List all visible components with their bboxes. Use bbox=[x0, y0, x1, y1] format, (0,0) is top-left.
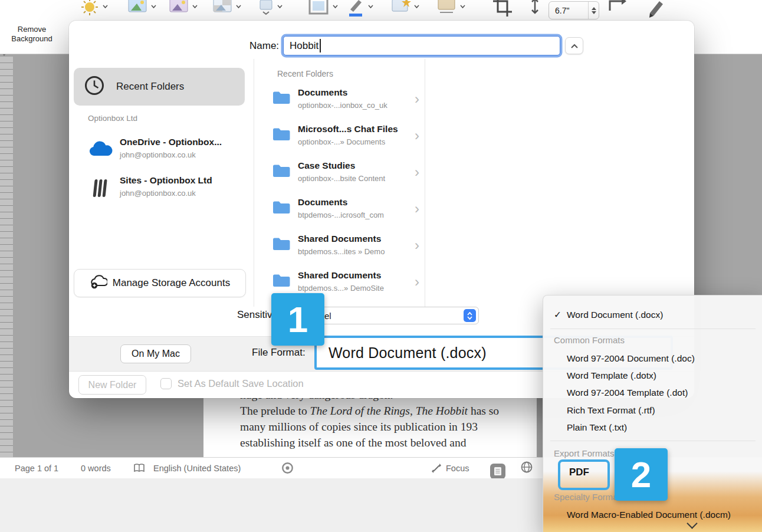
menu-item-txt[interactable]: Plain Text (.txt) bbox=[543, 419, 762, 436]
artistic-effects-button[interactable] bbox=[167, 0, 198, 18]
folder-row[interactable]: Shared Documents btpdemos.s...ites » Dem… bbox=[255, 229, 424, 265]
picture-effects-button[interactable] bbox=[389, 0, 419, 18]
collapse-dialog-button[interactable] bbox=[565, 37, 583, 54]
folder-list-heading: Recent Folders bbox=[277, 69, 333, 78]
file-format-label: File Format: bbox=[252, 347, 306, 359]
menu-item-label: Plain Text (.txt) bbox=[567, 419, 627, 436]
picture-frame-icon bbox=[307, 0, 330, 19]
document-line: many millions of copies since its public… bbox=[240, 419, 536, 435]
menu-item-pdf[interactable]: PDF bbox=[569, 467, 589, 478]
sidebar-item-sites[interactable]: Sites - Optionbox Ltd john@optionbox.co.… bbox=[74, 173, 245, 205]
set-default-checkbox[interactable] bbox=[160, 378, 172, 389]
size-value: 6.7" bbox=[549, 6, 588, 15]
chevron-right-icon: › bbox=[415, 164, 419, 180]
vertical-ruler bbox=[0, 57, 13, 457]
word-count[interactable]: 0 words bbox=[81, 458, 111, 478]
folder-subtitle: optionbox-...» Documents bbox=[298, 137, 385, 146]
chevron-down-icon bbox=[103, 5, 108, 8]
menu-item-docx[interactable]: ✓ Word Document (.docx) bbox=[543, 306, 762, 323]
rotate-button[interactable] bbox=[605, 0, 629, 19]
remove-background-icon bbox=[24, 0, 44, 6]
menu-item-label: Word Document (.docx) bbox=[567, 306, 663, 323]
crop-icon bbox=[491, 0, 514, 19]
record-icon[interactable] bbox=[281, 458, 294, 478]
sensitivity-select[interactable]: Label bbox=[302, 307, 479, 324]
menu-item-doc[interactable]: Word 97-2004 Document (.doc) bbox=[543, 350, 762, 367]
focus-button[interactable]: Focus bbox=[446, 458, 469, 478]
folder-subtitle: optionbox-...bsite Content bbox=[298, 174, 385, 183]
web-layout-button[interactable] bbox=[520, 458, 533, 478]
picture-layout-button[interactable] bbox=[435, 0, 465, 18]
height-button[interactable] bbox=[528, 0, 541, 18]
color-button[interactable] bbox=[126, 0, 156, 18]
callout-step-2: 2 bbox=[615, 448, 668, 501]
page-count[interactable]: Page 1 of 1 bbox=[15, 458, 58, 478]
folder-subtitle: optionbox-...ionbox_co_uk bbox=[298, 101, 387, 110]
folder-title: Shared Documents bbox=[298, 234, 381, 244]
pen-icon bbox=[644, 0, 668, 20]
remove-background-button[interactable]: Remove Background bbox=[4, 25, 60, 44]
menu-item-rtf[interactable]: Rich Text Format (.rtf) bbox=[543, 402, 762, 419]
picture-style-button[interactable] bbox=[307, 0, 338, 19]
folder-row[interactable]: Microsoft...s Chat Files optionbox-...» … bbox=[255, 119, 424, 156]
transparency-button[interactable] bbox=[211, 0, 241, 18]
menu-item-label: Rich Text Format (.rtf) bbox=[567, 402, 655, 419]
file-format-value: Word Document (.docx) bbox=[317, 344, 487, 362]
on-my-mac-button[interactable]: On My Mac bbox=[120, 344, 191, 363]
folder-icon bbox=[272, 163, 291, 180]
chevron-down-icon bbox=[414, 5, 419, 8]
folder-icon bbox=[272, 90, 291, 107]
folder-icon bbox=[272, 126, 291, 144]
menu-item-docm[interactable]: Word Macro-Enabled Document (.docm) bbox=[543, 506, 762, 523]
picture-border-button[interactable] bbox=[346, 0, 373, 19]
size-stepper[interactable] bbox=[588, 2, 599, 19]
sidebar-section-header: Optionbox Ltd bbox=[88, 114, 137, 123]
corrections-button[interactable] bbox=[79, 0, 108, 18]
sidebar-item-recent-folders[interactable]: Recent Folders bbox=[74, 68, 245, 106]
chevron-down-icon bbox=[277, 5, 283, 8]
menu-item-dot[interactable]: Word 97-2004 Template (.dot) bbox=[543, 384, 762, 401]
sidebar-item-onedrive[interactable]: OneDrive - Optionbox... john@optionbox.c… bbox=[74, 134, 245, 166]
menu-separator bbox=[550, 441, 756, 441]
size-field[interactable]: 6.7" bbox=[548, 1, 599, 19]
account-subtitle: john@optionbox.co.uk bbox=[120, 189, 196, 198]
folder-row[interactable]: Documents optionbox-...ionbox_co_uk › bbox=[255, 83, 424, 119]
menu-separator bbox=[550, 329, 756, 329]
onedrive-icon bbox=[87, 140, 113, 160]
folder-row[interactable]: Documents btpdemos-...icrosoft_com › bbox=[255, 192, 424, 229]
chevron-right-icon: › bbox=[415, 237, 419, 254]
account-title: OneDrive - Optionbox... bbox=[120, 137, 222, 147]
sidebar-item-label: Recent Folders bbox=[116, 81, 184, 93]
rotate-icon bbox=[605, 0, 629, 19]
filename-input[interactable] bbox=[283, 36, 560, 55]
chevron-up-icon bbox=[570, 43, 579, 49]
menu-item-dotx[interactable]: Word Template (.dotx) bbox=[543, 367, 762, 384]
cloud-plus-icon bbox=[90, 275, 107, 292]
menu-header-common: Common Formats bbox=[554, 333, 754, 347]
height-icon bbox=[528, 0, 541, 18]
account-subtitle: john@optionbox.co.uk bbox=[120, 150, 196, 159]
stepper-down-icon bbox=[592, 11, 596, 14]
language-selector[interactable]: English (United States) bbox=[153, 458, 241, 478]
clock-icon bbox=[83, 74, 106, 99]
sites-icon bbox=[91, 178, 109, 201]
document-line: The prelude to The Lord of the Rings, Th… bbox=[240, 403, 536, 419]
folder-title: Shared Documents bbox=[298, 270, 381, 281]
account-title: Sites - Optionbox Ltd bbox=[120, 175, 212, 186]
document-line: establishing itself as one of the most b… bbox=[240, 435, 536, 451]
pen-button[interactable] bbox=[644, 0, 668, 20]
popup-stepper-icon bbox=[464, 309, 476, 322]
picture-layout-icon bbox=[435, 0, 458, 18]
compress-pictures-button[interactable] bbox=[257, 0, 283, 17]
folder-row[interactable]: Case Studies optionbox-...bsite Content … bbox=[255, 156, 424, 192]
menu-item-label: Word Macro-Enabled Document (.docm) bbox=[567, 506, 731, 523]
folder-title: Documents bbox=[298, 87, 347, 98]
manage-storage-accounts-button[interactable]: Manage Storage Accounts bbox=[74, 269, 246, 297]
proofing-icon[interactable] bbox=[133, 458, 145, 478]
crop-button[interactable] bbox=[491, 0, 514, 19]
callout-step-1: 1 bbox=[271, 293, 324, 346]
new-folder-button[interactable]: New Folder bbox=[78, 375, 146, 395]
focus-icon bbox=[431, 458, 442, 478]
sensitivity-value: Label bbox=[303, 311, 464, 321]
name-label: Name: bbox=[249, 40, 279, 52]
